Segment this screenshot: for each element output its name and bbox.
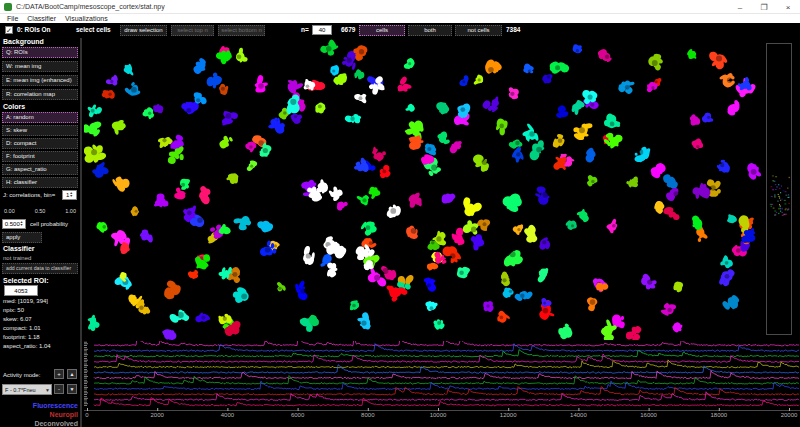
colorbar-tick-2: 1.00 <box>65 208 76 214</box>
color-random-button[interactable]: A: random <box>2 112 78 123</box>
color-compact-button[interactable]: D: compact <box>2 138 78 149</box>
x-tick-label: 18000 <box>710 412 727 418</box>
zoom-out-button[interactable]: - <box>54 384 64 394</box>
activity-mode-select[interactable]: F - 0.7*Fneu▼ <box>2 384 52 395</box>
bg-rois-button[interactable]: Q: ROIs <box>2 47 78 58</box>
roi-stat-compact: compact: 1.01 <box>3 325 41 331</box>
correlations-bin-label: J: correlations, bin= <box>3 192 55 198</box>
classifier-status: not trained <box>3 255 31 261</box>
app-icon <box>4 3 12 11</box>
color-skew-button[interactable]: S: skew <box>2 125 78 136</box>
titlebar: C:/DATA/BootCamp/mesoscope_cortex/stat.n… <box>0 0 800 14</box>
cell-probability-spinbox[interactable]: 0.500▲▼ <box>2 219 26 229</box>
x-tick-label: 16000 <box>640 412 657 418</box>
selected-roi-header: Selected ROI: <box>3 277 49 284</box>
bg-mean-img-button[interactable]: W: mean img <box>2 61 78 72</box>
spin-arrows-icon: ▲▼ <box>20 221 23 227</box>
select-top-button[interactable]: select top n <box>171 25 214 36</box>
both-view-button[interactable]: both <box>408 25 452 36</box>
x-tick-label: 12000 <box>500 412 517 418</box>
cell-probability-label: cell probability <box>30 221 68 227</box>
trace-up-button[interactable]: ▲ <box>67 369 77 379</box>
menu-visualizations[interactable]: Visualizations <box>63 15 110 22</box>
activity-mode-label: Activity mode: <box>3 372 40 378</box>
color-aspect-ratio-button[interactable]: G: aspect_ratio <box>2 164 78 175</box>
color-classifier-button[interactable]: H: classifier <box>2 177 78 188</box>
select-bottom-button[interactable]: select bottom n <box>218 25 265 36</box>
roi-stat-aspect-ratio: aspect_ratio: 1.04 <box>3 343 51 349</box>
add-data-to-classifier-button[interactable]: add current data to classifier <box>2 263 78 274</box>
not-cells-count: 7384 <box>506 26 520 33</box>
background-header: Background <box>3 38 44 45</box>
minimize-button[interactable]: – <box>728 0 752 14</box>
zoom-in-button[interactable]: + <box>54 369 64 379</box>
x-tick-label: 0 <box>85 412 88 418</box>
roi-stat-med: med: [1019, 394] <box>3 298 48 304</box>
menubar: File Classifier Visualizations <box>0 14 800 23</box>
colorbar-ticks: 0.00 0.50 1.00 <box>4 208 76 214</box>
not-cells-view-button[interactable]: not cells <box>455 25 502 36</box>
x-tick-label: 6000 <box>291 412 304 418</box>
color-footprint-button[interactable]: F: footprint <box>2 151 78 162</box>
apply-button[interactable]: apply <box>2 232 42 243</box>
chevron-down-icon: ▼ <box>45 385 50 395</box>
restore-button[interactable]: ❐ <box>752 0 776 14</box>
roi-number-input[interactable]: 4053 <box>4 285 38 296</box>
sidebar-divider <box>80 38 82 427</box>
secondary-view-panel[interactable] <box>766 43 792 335</box>
legend-fluorescence: Fluorescence <box>2 402 78 409</box>
window-controls: – ❐ × <box>728 0 800 14</box>
activity-trace-plot[interactable] <box>84 341 800 412</box>
colors-header: Colors <box>3 103 25 110</box>
x-tick-label: 14000 <box>570 412 587 418</box>
rois-on-label: 0: ROIs On <box>17 26 51 33</box>
activity-mode-value: F - 0.7*Fneu <box>5 387 36 393</box>
n-input[interactable]: 40 <box>312 25 332 35</box>
trace-down-button[interactable]: ▼ <box>67 384 77 394</box>
colorbar-tick-0: 0.00 <box>4 208 15 214</box>
x-tick-label: 10000 <box>430 412 447 418</box>
cells-count: 6679 <box>341 26 355 33</box>
menu-classifier[interactable]: Classifier <box>25 15 58 22</box>
suite2p-window: C:/DATA/BootCamp/mesoscope_cortex/stat.n… <box>0 0 800 427</box>
bg-mean-img-enhanced-button[interactable]: E: mean img (enhanced) <box>2 75 78 86</box>
bg-correlation-map-button[interactable]: R: correlation map <box>2 89 78 100</box>
x-tick-label: 2000 <box>151 412 164 418</box>
close-button[interactable]: × <box>776 0 800 14</box>
colorbar-tick-1: 0.50 <box>35 208 46 214</box>
select-cells-label: select cells <box>76 26 111 33</box>
spin-arrows-icon: ▲▼ <box>69 192 72 198</box>
roi-stat-footprint: footprint: 1.18 <box>3 334 40 340</box>
prob-value: 0.500 <box>5 221 20 227</box>
draw-selection-button[interactable]: draw selection <box>120 25 167 36</box>
rois-on-checkbox[interactable]: ✓ <box>5 26 13 34</box>
n-label: n= <box>301 26 309 33</box>
menu-file[interactable]: File <box>5 15 20 22</box>
roi-image-view[interactable] <box>84 39 761 340</box>
legend-deconvolved: Deconvolved <box>2 420 78 427</box>
roi-stat-npix: npix: 50 <box>3 307 24 313</box>
x-axis-labels: 0200040006000800010000120001400016000180… <box>84 412 800 424</box>
classifier-header: Classifier <box>3 245 35 252</box>
legend-neuropil: Neuropil <box>2 411 78 418</box>
cells-view-button[interactable]: cells <box>359 25 405 36</box>
window-title: C:/DATA/BootCamp/mesoscope_cortex/stat.n… <box>16 3 165 10</box>
bin-spinbox[interactable]: 1▲▼ <box>62 190 77 200</box>
x-tick-label: 20000 <box>781 412 798 418</box>
x-tick-label: 4000 <box>221 412 234 418</box>
roi-stat-skew: skew: 6.07 <box>3 316 32 322</box>
x-tick-label: 8000 <box>361 412 374 418</box>
